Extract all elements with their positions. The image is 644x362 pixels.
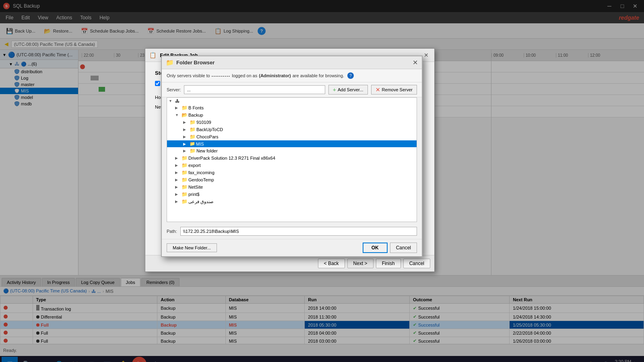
remove-server-icon: ✕: [376, 86, 380, 93]
tree-item-prints[interactable]: ▶ 📁 print$: [167, 191, 417, 198]
tree-item-netsite[interactable]: ▶ 📁 NetSite: [167, 183, 417, 191]
tree-item-gerdootemp[interactable]: ▶ 📁 GerdooTemp: [167, 176, 417, 183]
folder-icon-chocopars: 📁: [190, 134, 196, 140]
edit-backup-footer: < Back Next > Finish Cancel: [145, 255, 434, 272]
tree-item-newfolder[interactable]: ▶ 📁 New folder: [167, 147, 417, 154]
add-server-icon: +: [333, 86, 336, 93]
remove-server-button[interactable]: ✕ Remove Server: [371, 85, 417, 95]
tree-item-mis[interactable]: ▶ 📁 MIS: [167, 140, 417, 147]
step-checkbox[interactable]: [155, 81, 160, 86]
ok-button[interactable]: OK: [363, 243, 388, 253]
folder-browser-server-row: Server: + Add Server... ✕ Remove Server: [162, 82, 422, 97]
tree-item-export[interactable]: ▶ 📁 export: [167, 162, 417, 169]
folder-icon-mis: 📁: [190, 141, 195, 146]
folder-browser-info: Only servers visible to ---------- logge…: [162, 69, 422, 82]
cancel-folder-button[interactable]: Cancel: [390, 243, 417, 253]
tree-item-910109[interactable]: ▶ 📁 910109: [167, 119, 417, 126]
folder-icon-bfonts: 📁: [182, 105, 188, 111]
folder-browser-dialog: 📁 Folder Browser ✕ Only servers visible …: [161, 56, 423, 257]
folder-browser-close[interactable]: ✕: [413, 59, 418, 66]
tree-root: ▼ 🖧: [167, 98, 417, 104]
folder-browser-help[interactable]: ?: [347, 72, 354, 79]
tree-item-backuptocd[interactable]: ▶ 📁 BackUpToCD: [167, 126, 417, 133]
cancel-button-edit[interactable]: Cancel: [403, 259, 430, 268]
edit-backup-close[interactable]: ✕: [422, 51, 430, 59]
tree-item-arabic[interactable]: ▶ 📁 صندوق فرعی: [167, 198, 417, 205]
folder-icon-backuptocd: 📁: [190, 127, 196, 132]
folder-browser-footer: Make New Folder... OK Cancel: [162, 239, 422, 256]
path-row: Path:: [162, 225, 422, 239]
tree-item-backup[interactable]: ▼ 📂 Backup: [167, 111, 417, 119]
make-new-folder-button[interactable]: Make New Folder...: [167, 243, 217, 252]
folder-browser-title: Folder Browser: [176, 60, 215, 66]
edit-backup-icon: 📋: [149, 52, 156, 58]
folder-icon-netsite: 📁: [182, 184, 188, 190]
add-server-button[interactable]: + Add Server...: [328, 85, 368, 95]
folder-icon-arabic: 📁: [182, 199, 188, 204]
folder-icon-driverpack: 📁: [182, 155, 188, 161]
next-button[interactable]: Next >: [347, 259, 374, 268]
folder-tree: ▼ 🖧 ▶ 📁 B Fonts ▼ 📂 Backup ▶ 📁 910109 ▶ …: [167, 97, 417, 222]
finish-button[interactable]: Finish: [376, 259, 401, 268]
tree-item-chocopars[interactable]: ▶ 📁 ChocoPars: [167, 133, 417, 140]
folder-icon-export: 📁: [182, 162, 188, 168]
server-input[interactable]: [184, 85, 325, 94]
tree-item-fax-incoming[interactable]: ▶ 📁 fax_incoming: [167, 169, 417, 176]
folder-icon-910109: 📁: [190, 119, 196, 125]
back-button[interactable]: < Back: [318, 259, 345, 268]
folder-browser-icon: 📁: [166, 59, 174, 66]
folder-icon-gerdoo: 📁: [182, 177, 188, 183]
path-input[interactable]: [180, 227, 417, 236]
folder-icon-newfolder: 📁: [190, 148, 196, 154]
folder-icon-fax: 📁: [182, 170, 188, 175]
folder-browser-title-bar: 📁 Folder Browser ✕: [162, 56, 422, 69]
root-icon: 🖧: [175, 99, 180, 103]
folder-icon-prints: 📁: [182, 191, 188, 197]
folder-icon-backup-open: 📂: [182, 112, 188, 118]
tree-item-driverpack[interactable]: ▶ 📁 DriverPack Solution 12.3 R271 Final …: [167, 154, 417, 162]
tree-item-bfonts[interactable]: ▶ 📁 B Fonts: [167, 104, 417, 111]
